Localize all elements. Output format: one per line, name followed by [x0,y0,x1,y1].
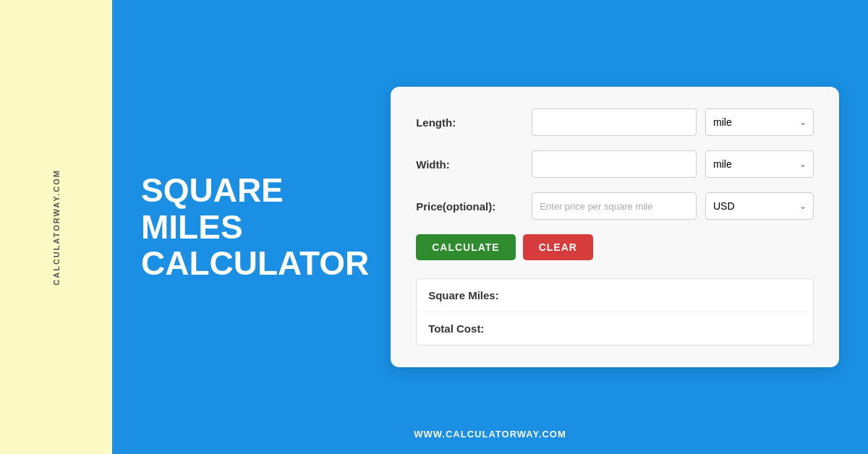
title-line2: CALCULATOR [141,244,369,282]
price-row: Price(optional): USD EUR GBP JPY ⌄ [416,192,814,220]
length-label: Length: [416,116,532,129]
width-unit-wrapper: mile km yard feet inch meter cm ⌄ [705,150,814,178]
price-label: Price(optional): [416,200,532,213]
title-line1: SQUARE MILES [141,171,284,246]
price-currency-wrapper: USD EUR GBP JPY ⌄ [705,192,814,220]
length-row: Length: mile km yard feet inch meter cm … [416,108,814,136]
main-area: SQUARE MILES CALCULATOR Length: mile km … [112,0,868,454]
calculate-button[interactable]: CALCULATE [416,234,516,260]
buttons-row: CALCULATE CLEAR [416,234,814,260]
sidebar-text: CALCULATORWAY.COM [52,169,61,286]
price-currency-select[interactable]: USD EUR GBP JPY [705,192,814,220]
results-section: Square Miles: Total Cost: [416,278,814,346]
square-miles-result-row: Square Miles: [417,279,813,312]
length-input[interactable] [532,108,697,136]
square-miles-result-label: Square Miles: [428,289,544,301]
total-cost-result-row: Total Cost: [417,312,813,345]
width-input[interactable] [532,150,697,178]
length-unit-select[interactable]: mile km yard feet inch meter cm [705,108,814,136]
width-row: Width: mile km yard feet inch meter cm ⌄ [416,150,814,178]
main-title: SQUARE MILES CALCULATOR [141,172,369,282]
width-label: Width: [416,158,532,171]
footer-text: WWW.CALCULATORWAY.COM [112,429,868,440]
length-unit-wrapper: mile km yard feet inch meter cm ⌄ [705,108,814,136]
total-cost-result-label: Total Cost: [428,322,544,335]
calculator-panel: Length: mile km yard feet inch meter cm … [391,87,839,367]
yellow-sidebar: CALCULATORWAY.COM [0,0,112,454]
width-unit-select[interactable]: mile km yard feet inch meter cm [705,150,814,178]
title-section: SQUARE MILES CALCULATOR [141,172,391,282]
clear-button[interactable]: CLEAR [523,234,593,260]
price-input[interactable] [532,192,697,220]
